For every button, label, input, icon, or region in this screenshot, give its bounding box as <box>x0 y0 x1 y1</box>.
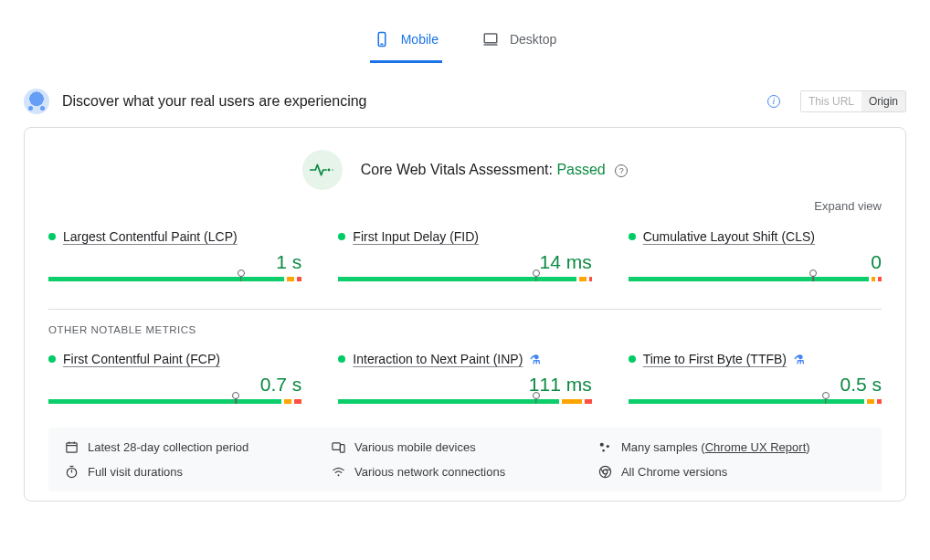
metric-lcp: Largest Contentful Paint (LCP) 1 s <box>48 229 301 281</box>
footer-network: Various network connections <box>332 465 598 479</box>
footer-samples: Many samples (Chrome UX Report) <box>598 440 865 454</box>
metric-fcp-bar <box>48 399 301 404</box>
tab-mobile[interactable]: Mobile <box>370 24 442 63</box>
svg-point-18 <box>338 474 340 476</box>
svg-point-14 <box>602 449 605 452</box>
calendar-icon <box>65 440 79 454</box>
status-dot <box>48 355 56 363</box>
metric-inp: Interaction to Next Paint (INP) ⚗ 111 ms <box>338 352 591 404</box>
assessment-status: Passed <box>556 162 605 177</box>
bar-pointer <box>809 269 817 277</box>
footer-duration: Full visit durations <box>65 465 332 479</box>
chrome-icon <box>598 465 612 479</box>
discover-title: Discover what your real users are experi… <box>62 93 755 110</box>
samples-icon <box>598 440 612 454</box>
footer-network-text: Various network connections <box>354 465 505 479</box>
svg-rect-2 <box>484 34 497 43</box>
metric-fid: First Input Delay (FID) 14 ms <box>338 229 591 281</box>
experimental-icon: ⚗ <box>794 353 805 366</box>
other-metrics-row: First Contentful Paint (FCP) 0.7 s Inter… <box>48 352 882 404</box>
scope-toggle: This URL Origin <box>800 90 906 112</box>
info-icon[interactable] <box>767 95 780 108</box>
metric-cls: Cumulative Layout Shift (CLS) 0 <box>629 229 882 281</box>
footer-period-text: Latest 28-day collection period <box>88 440 248 454</box>
bar-pointer <box>232 392 239 399</box>
metric-lcp-name[interactable]: Largest Contentful Paint (LCP) <box>63 229 238 244</box>
svg-point-4 <box>327 169 330 172</box>
status-dot <box>48 233 56 240</box>
metric-ttfb-bar <box>629 399 882 404</box>
footer-period: Latest 28-day collection period <box>65 440 332 454</box>
core-metrics-row: Largest Contentful Paint (LCP) 1 s First… <box>48 229 882 281</box>
svg-point-13 <box>607 445 609 448</box>
metric-fcp: First Contentful Paint (FCP) 0.7 s <box>48 352 301 404</box>
svg-point-5 <box>332 169 333 171</box>
svg-point-12 <box>600 443 604 447</box>
bar-pointer <box>238 269 245 277</box>
metric-cls-value: 0 <box>629 251 882 273</box>
experimental-icon: ⚗ <box>530 353 541 366</box>
assessment-prefix: Core Web Vitals Assessment: <box>361 162 553 177</box>
tab-desktop[interactable]: Desktop <box>479 24 560 63</box>
footer-duration-text: Full visit durations <box>88 465 183 479</box>
assessment-title: Core Web Vitals Assessment: Passed ? <box>361 162 628 178</box>
devices-icon <box>332 440 345 454</box>
assessment-header: Core Web Vitals Assessment: Passed ? <box>48 150 882 190</box>
stopwatch-icon <box>65 465 79 479</box>
metric-inp-bar <box>338 399 591 404</box>
bar-pointer <box>822 392 830 399</box>
users-icon <box>24 89 49 114</box>
metric-cls-name[interactable]: Cumulative Layout Shift (CLS) <box>643 229 815 244</box>
metric-fcp-name[interactable]: First Contentful Paint (FCP) <box>63 352 220 366</box>
metric-fid-name[interactable]: First Input Delay (FID) <box>353 229 479 244</box>
metric-fid-value: 14 ms <box>338 251 591 273</box>
assessment-card: Core Web Vitals Assessment: Passed ? Exp… <box>24 127 906 502</box>
metric-ttfb-name[interactable]: Time to First Byte (TTFB) <box>643 352 787 366</box>
bar-pointer <box>533 269 540 277</box>
expand-view-button[interactable]: Expand view <box>48 199 882 213</box>
tab-mobile-label: Mobile <box>401 32 439 47</box>
metric-lcp-bar <box>48 277 301 281</box>
footer: Latest 28-day collection period Various … <box>48 428 882 491</box>
help-icon[interactable]: ? <box>615 164 628 177</box>
section-other-label: OTHER NOTABLE METRICS <box>48 324 882 335</box>
status-dot <box>338 233 345 240</box>
footer-chrome: All Chrome versions <box>598 465 865 479</box>
svg-rect-11 <box>340 445 344 452</box>
metric-lcp-value: 1 s <box>48 251 301 273</box>
metric-inp-name[interactable]: Interaction to Next Paint (INP) <box>353 352 523 366</box>
footer-devices: Various mobile devices <box>332 440 598 454</box>
metric-fid-bar <box>338 277 591 281</box>
pulse-icon <box>302 150 343 190</box>
metric-ttfb: Time to First Byte (TTFB) ⚗ 0.5 s <box>629 352 882 404</box>
toggle-this-url[interactable]: This URL <box>801 91 861 111</box>
metric-fcp-value: 0.7 s <box>48 374 301 396</box>
metric-cls-bar <box>629 277 882 281</box>
tab-bar: Mobile Desktop <box>24 0 906 63</box>
bar-pointer <box>533 392 540 399</box>
wifi-icon <box>332 465 345 479</box>
footer-devices-text: Various mobile devices <box>354 440 476 454</box>
svg-rect-10 <box>333 443 340 450</box>
status-dot <box>629 355 636 363</box>
status-dot <box>338 355 345 363</box>
crux-link[interactable]: Chrome UX Report <box>705 440 807 454</box>
mobile-icon <box>374 31 390 48</box>
tab-desktop-label: Desktop <box>510 32 556 47</box>
footer-samples-text: Many samples (Chrome UX Report) <box>621 440 810 454</box>
metric-ttfb-value: 0.5 s <box>629 374 882 396</box>
metric-inp-value: 111 ms <box>338 374 591 396</box>
status-dot <box>629 233 636 240</box>
desktop-icon <box>482 31 499 48</box>
svg-rect-6 <box>67 443 77 452</box>
toggle-origin[interactable]: Origin <box>861 91 905 111</box>
footer-chrome-text: All Chrome versions <box>621 465 727 479</box>
divider <box>48 309 882 310</box>
discover-header: Discover what your real users are experi… <box>24 89 906 114</box>
